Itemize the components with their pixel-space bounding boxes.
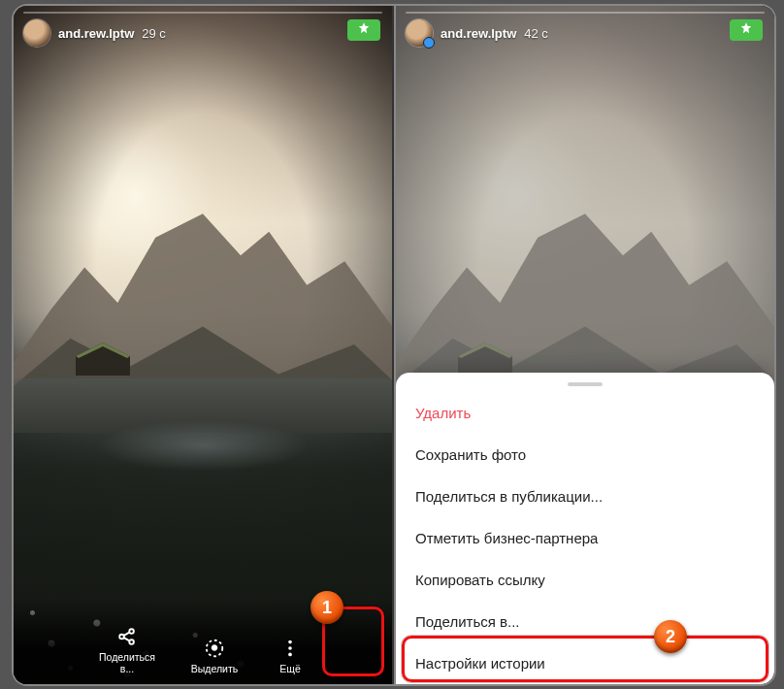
more-vertical-icon <box>279 638 301 659</box>
highlight-label: Выделить <box>191 663 238 674</box>
star-icon <box>739 21 753 39</box>
sheet-item-save-photo[interactable]: Сохранить фото <box>396 434 774 476</box>
username[interactable]: and.rew.lptw <box>441 26 516 41</box>
highlight-icon <box>204 638 225 659</box>
svg-line-4 <box>123 638 129 641</box>
story-progress-bar <box>23 12 382 14</box>
story-header: and.rew.lptw 42 с <box>406 19 765 47</box>
svg-point-7 <box>288 646 292 650</box>
close-friends-badge[interactable] <box>730 19 763 41</box>
cabin-graphic <box>74 339 132 376</box>
svg-line-3 <box>123 632 129 636</box>
sheet-item-delete[interactable]: Удалить <box>396 392 774 434</box>
svg-point-6 <box>288 640 292 644</box>
action-sheet: Удалить Сохранить фото Поделиться в публ… <box>396 373 774 684</box>
share-button[interactable]: Поделиться в... <box>92 626 162 674</box>
more-label: Ещё <box>279 663 300 674</box>
avatar[interactable] <box>23 19 50 47</box>
story-progress-bar <box>406 12 765 14</box>
phone-left: and.rew.lptw 29 с Поделиться в... <box>14 6 392 684</box>
story-header: and.rew.lptw 29 с <box>23 19 382 47</box>
sheet-item-share-to[interactable]: Поделиться в... <box>396 601 774 642</box>
phone-right: and.rew.lptw 42 с Удалить Сохранить фото… <box>394 6 774 684</box>
share-label: Поделиться в... <box>92 651 162 674</box>
share-icon <box>116 626 138 647</box>
more-button[interactable]: Ещё <box>267 638 313 674</box>
username[interactable]: and.rew.lptw <box>58 26 134 41</box>
timestamp: 42 с <box>524 26 548 41</box>
sheet-handle[interactable] <box>568 382 603 386</box>
sheet-item-copy-link[interactable]: Копировать ссылку <box>396 559 774 601</box>
avatar[interactable] <box>406 19 433 47</box>
star-icon <box>357 21 371 39</box>
highlight-button[interactable]: Выделить <box>180 638 249 674</box>
timestamp: 29 с <box>142 26 166 41</box>
story-toolbar: Поделиться в... Выделить Ещё <box>14 599 392 684</box>
close-friends-badge[interactable] <box>347 19 380 41</box>
sheet-item-share-post[interactable]: Поделиться в публикации... <box>396 476 774 517</box>
comparison-container: and.rew.lptw 29 с Поделиться в... <box>12 4 776 686</box>
sheet-item-tag-partner[interactable]: Отметить бизнес-партнера <box>396 517 774 559</box>
sheet-item-story-settings[interactable]: Настройки истории <box>396 642 774 684</box>
svg-point-8 <box>288 653 292 657</box>
